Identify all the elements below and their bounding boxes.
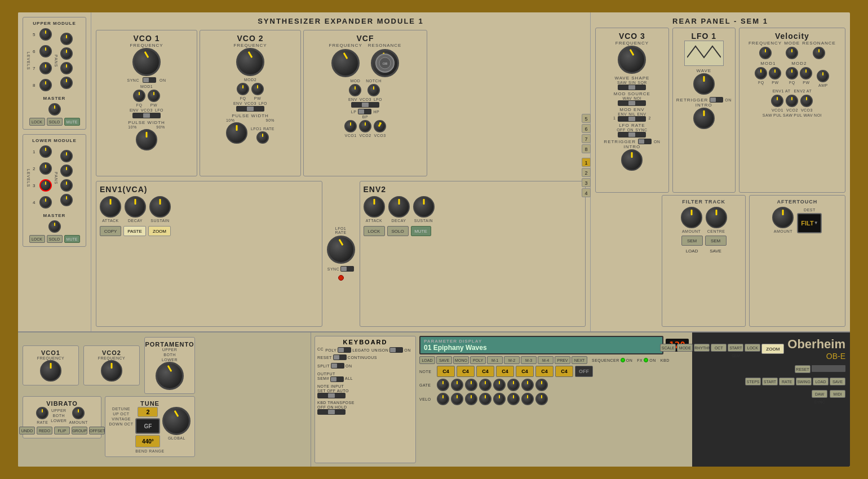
oct-btn[interactable]: OCT (711, 344, 727, 352)
vel-vco3-knob[interactable] (800, 95, 813, 107)
lower-mute-btn[interactable]: MUTE (64, 235, 80, 243)
vco1-fq-knob[interactable] (133, 90, 145, 102)
ch-btn-7[interactable]: 7 (582, 134, 591, 143)
lower-pan-1-knob[interactable] (60, 150, 73, 162)
lower-pan-3-knob[interactable] (60, 179, 73, 192)
vel-fq2-knob[interactable] (786, 67, 798, 79)
env2-sustain-knob[interactable] (413, 196, 435, 218)
sem-load-btn[interactable]: SEM LOAD (681, 236, 703, 246)
patch-mono-btn[interactable]: MONO (453, 356, 469, 364)
lower-lock-btn[interactable]: LOCK (29, 235, 45, 243)
lfo1-intro-knob[interactable] (693, 108, 715, 129)
ch-btn-1[interactable]: 1 (582, 158, 591, 167)
bottom-vco1-freq-knob[interactable] (40, 360, 61, 382)
note-input-slider[interactable] (317, 393, 346, 398)
seq-note-2[interactable]: C4 (457, 366, 475, 377)
gate-knob-7[interactable] (521, 379, 534, 391)
seq-note-7[interactable]: C4 (555, 366, 573, 377)
keyboard-split-switch[interactable] (331, 363, 344, 369)
kbd-transpose-slider[interactable] (317, 409, 346, 415)
env1-attack-knob[interactable] (100, 196, 121, 218)
reset-btn[interactable]: RESET (795, 365, 811, 373)
start-btn[interactable]: START (762, 378, 778, 385)
velo-knob-2[interactable] (451, 393, 463, 405)
velo-knob-5[interactable] (493, 393, 506, 405)
vel-freq-knob[interactable] (759, 47, 772, 59)
vco2-pw-knob[interactable] (251, 83, 264, 95)
velo-knob-7[interactable] (521, 393, 534, 405)
vcf-vco3-mix-knob[interactable] (374, 120, 386, 132)
vcf-mod-slider[interactable] (351, 102, 379, 108)
vco3-lfo-rate-slider[interactable] (618, 132, 646, 138)
seq-save-btn[interactable]: SAVE (830, 378, 845, 385)
lower-level-4-knob[interactable] (39, 196, 52, 209)
lower-solo-btn[interactable]: SOLO (47, 235, 63, 243)
lower-level-1-knob[interactable] (39, 145, 52, 158)
patch-poly-btn[interactable]: POLY (470, 356, 486, 364)
gate-knob-3[interactable] (465, 379, 477, 391)
daw-sync-btn[interactable]: DAW SYNC (812, 390, 827, 398)
vcf-freq-knob[interactable] (331, 49, 360, 77)
vibrato-rate-knob[interactable] (36, 407, 48, 419)
vco3-mod-source-slider[interactable] (618, 100, 646, 106)
flip-btn[interactable]: FLIP (54, 427, 70, 434)
env2-mute-btn[interactable]: MUTE (411, 226, 431, 236)
vel-vco1-knob[interactable] (771, 95, 783, 107)
lower-pan-4-knob[interactable] (60, 194, 73, 206)
upper-level-7-knob[interactable] (39, 62, 52, 74)
vcf-filter-switch[interactable] (358, 109, 371, 114)
mode-btn[interactable]: MODE (677, 344, 693, 352)
patch-load-btn[interactable]: LOAD (419, 356, 435, 364)
vco2-freq-knob[interactable] (236, 48, 264, 76)
sem-save-btn[interactable]: SEM SAVE (705, 236, 727, 246)
redo-btn[interactable]: REDO (37, 427, 52, 434)
midi-btn[interactable]: MIDI (830, 390, 845, 398)
vel-fq1-knob[interactable] (755, 67, 767, 79)
output-switch[interactable] (330, 376, 344, 382)
group-btn[interactable]: GROUP (72, 427, 87, 434)
offset-btn[interactable]: OFFSET (89, 427, 105, 434)
lfo1-retrigger-switch[interactable] (710, 97, 723, 103)
vco2-lfo1-rate-knob[interactable] (256, 131, 269, 144)
vco3-mod-env-slider[interactable] (618, 116, 646, 122)
seq-note-6[interactable]: C4 (535, 366, 553, 377)
upper-solo-btn[interactable]: SOLO (47, 118, 63, 126)
vcf-vco1-mix-knob[interactable] (344, 120, 357, 132)
env1-decay-knob[interactable] (125, 196, 146, 218)
velo-knob-4[interactable] (479, 393, 491, 405)
vco2-pulse-knob[interactable] (226, 122, 247, 144)
env2-lock-btn[interactable]: LOCK (364, 226, 385, 236)
upper-level-8-knob[interactable] (39, 79, 52, 91)
seq-lock-btn[interactable]: LOCK (745, 344, 760, 352)
seq-note-4[interactable]: C4 (496, 366, 514, 377)
env2-decay-knob[interactable] (388, 196, 410, 218)
keyboard-poly-switch[interactable] (338, 347, 351, 353)
gate-knob-6[interactable] (507, 379, 520, 391)
vcf-vco2-mix-knob[interactable] (359, 120, 371, 132)
vco1-mod-slider[interactable] (132, 113, 161, 118)
lower-level-2-knob[interactable] (39, 162, 52, 175)
start-sem-btn[interactable]: START SEM (728, 344, 743, 352)
seq-note-8[interactable]: OFF (575, 366, 593, 377)
ch-btn-2[interactable]: 2 (582, 168, 591, 177)
tune-knob[interactable] (162, 407, 191, 435)
seq-note-5[interactable]: C4 (516, 366, 534, 377)
rhythm-btn[interactable]: RHYTHM (694, 344, 710, 352)
upper-pan-5-knob[interactable] (60, 33, 73, 45)
steps-btn[interactable]: STEPS (745, 378, 761, 385)
vel-res-knob[interactable] (813, 47, 825, 59)
ch-btn-4[interactable]: 4 (582, 188, 591, 197)
env1-copy-btn[interactable]: COPY (100, 226, 121, 236)
vco1-pulse-knob[interactable] (136, 129, 157, 150)
filter-track-centre-knob[interactable] (706, 207, 727, 228)
patch-prev-btn[interactable]: PREV (555, 356, 570, 364)
lower-master-knob[interactable] (48, 220, 61, 233)
vcf-mod-knob[interactable] (349, 84, 361, 96)
ch-btn-3[interactable]: 3 (582, 178, 591, 187)
gate-knob-1[interactable] (437, 379, 449, 391)
vcf-notch-knob[interactable] (367, 84, 380, 96)
env1-sync-switch[interactable] (340, 266, 354, 272)
env1-sustain-knob[interactable] (149, 196, 171, 218)
patch-save-btn[interactable]: SAVE (436, 356, 452, 364)
vco2-fq-knob[interactable] (237, 83, 249, 95)
